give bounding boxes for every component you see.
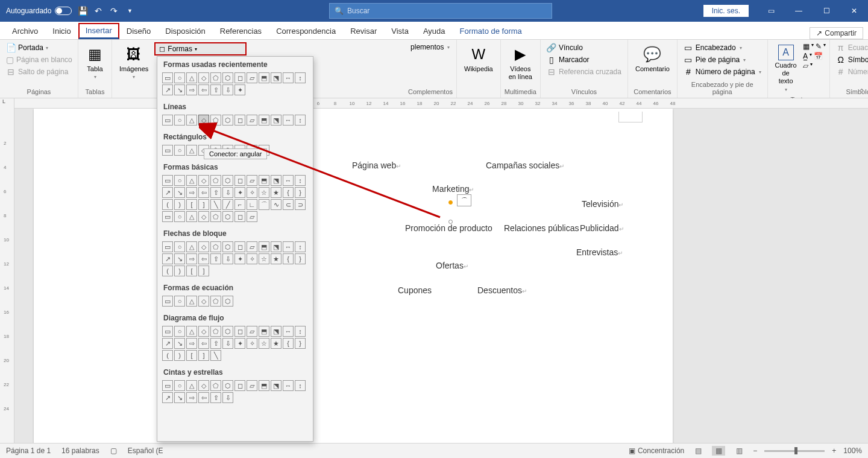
shape-option[interactable]: ⊃ [295,199,306,210]
shape-option[interactable]: ⇩ [222,338,233,349]
focus-mode-button[interactable]: ▣Concentración [629,447,684,455]
page[interactable]: Página web↵ Campañas sociales↵ Marketing… [34,109,673,443]
text-television[interactable]: Televisión↵ [582,199,623,209]
shape-option[interactable]: ( [162,266,173,276]
numero-button[interactable]: #Número [834,66,868,77]
tab-disposicion[interactable]: Disposición [158,24,212,39]
shape-option[interactable]: ⬒ [259,241,269,252]
search-box[interactable]: 🔍 [329,3,552,19]
close-icon[interactable]: ✕ [840,0,868,22]
shape-option[interactable]: ⬡ [222,241,233,252]
shape-option[interactable]: ◇ [198,296,209,307]
blank-page-button[interactable]: ▢Página en blanco [4,54,74,65]
tab-inicio[interactable]: Inicio [45,24,78,39]
shape-option[interactable]: ○ [174,296,185,307]
shape-option[interactable]: ↗ [162,187,173,198]
shape-option[interactable]: ⬒ [259,326,269,337]
shape-option[interactable]: ⇦ [198,253,209,264]
shape-option[interactable]: ↔ [283,115,294,126]
comentario-button[interactable]: 💬Comentario [632,42,673,75]
undo-icon[interactable]: ↶ [93,6,103,16]
zoom-in-button[interactable]: + [832,447,836,455]
shape-option[interactable]: ○ [174,326,185,337]
shape-option[interactable]: ○ [174,175,185,186]
shape-option[interactable]: △ [186,296,197,307]
text-promocion[interactable]: Promoción de producto [405,223,492,233]
web-layout-icon[interactable]: ▥ [732,446,746,456]
shape-option[interactable]: ◇ [198,175,209,186]
page-break-button[interactable]: ⊟Salto de página [4,66,74,77]
shape-option[interactable]: ⬠ [210,241,221,252]
shape-option[interactable]: ▭ [162,211,173,222]
shape-option[interactable]: ⇨ [186,338,197,349]
shape-option[interactable]: { [283,187,294,198]
shape-option[interactable]: ↘ [174,187,185,198]
shape-option[interactable]: ↗ [162,253,173,264]
shape-option[interactable]: ⇦ [198,338,209,349]
shape-option[interactable]: ⬒ [259,175,269,186]
zoom-level[interactable]: 100% [843,447,862,455]
shape-option[interactable]: ↕ [295,380,306,391]
shape-option[interactable]: [ [186,266,197,276]
shape-option[interactable]: ○ [174,145,185,156]
shape-option[interactable]: △ [186,211,197,222]
shape-option[interactable]: ✧ [247,253,257,264]
save-icon[interactable]: 💾 [78,6,87,16]
shape-option[interactable]: ) [174,266,185,276]
shape-option[interactable]: ( [162,199,173,210]
shape-option[interactable]: ╱ [222,199,233,210]
shape-option[interactable]: ) [174,350,185,361]
shape-option[interactable]: ▱ [247,326,257,337]
tab-ayuda[interactable]: Ayuda [416,24,453,39]
shape-option[interactable]: { [283,253,294,264]
shape-option[interactable]: ⇨ [186,253,197,264]
shape-option[interactable]: ⬠ [210,211,221,222]
shape-option[interactable]: ⬔ [271,72,281,83]
shape-option[interactable]: ☆ [259,253,269,264]
shape-option[interactable]: ⬒ [259,72,269,83]
shape-option[interactable]: ◇ [198,211,209,222]
shape-option[interactable]: ╲ [210,199,221,210]
shape-option[interactable]: ◇ [198,241,209,252]
shape-option[interactable]: ↗ [162,392,173,403]
shape-option[interactable]: ↘ [174,338,185,349]
pie-button[interactable]: ▭Pie de página▾ [681,54,764,65]
shape-option[interactable]: ⬔ [271,380,281,391]
cross-ref-button[interactable]: ⊟Referencia cruzada [544,66,624,77]
shape-option[interactable]: ⇧ [210,338,221,349]
tab-revisar[interactable]: Revisar [343,24,384,39]
status-proofing-icon[interactable]: ▢ [110,447,117,455]
tab-diseno[interactable]: Diseño [119,24,158,39]
shape-option[interactable]: ⬔ [271,241,281,252]
shape-option[interactable]: ○ [174,211,185,222]
redo-icon[interactable]: ↷ [109,6,119,16]
text-ofertas[interactable]: Ofertas↵ [436,261,468,270]
autosave-toggle[interactable] [55,7,72,15]
shape-option[interactable]: ↔ [283,175,294,186]
shape-option[interactable]: △ [186,115,197,126]
shape-option[interactable]: ▱ [247,211,257,222]
shape-option[interactable]: ⇦ [198,84,209,95]
text-campanas[interactable]: Campañas sociales↵ [486,161,564,170]
shape-option[interactable]: ▭ [162,145,173,156]
shape-option[interactable]: ⬔ [271,175,281,186]
shape-option[interactable]: ↕ [295,72,306,83]
shape-option[interactable]: ⇧ [210,392,221,403]
text-descuentos[interactable]: Descuentos↵ [477,285,527,295]
shape-option[interactable]: ▭ [162,326,173,337]
print-layout-icon[interactable]: ▦ [712,446,725,456]
shape-option[interactable]: ∿ [271,199,281,210]
shape-option[interactable]: ✦ [234,253,245,264]
shape-option[interactable]: ] [198,199,209,210]
shape-option[interactable]: ⇩ [222,253,233,264]
shape-option[interactable]: [ [186,199,197,210]
shape-option[interactable]: ☆ [259,338,269,349]
formas-button[interactable]: ◻ Formas ▾ [154,42,247,56]
shape-option[interactable]: ⬠ [210,115,221,126]
tab-formato-forma[interactable]: Formato de forma [453,24,529,39]
shape-option[interactable]: ▭ [162,296,173,307]
shape-option[interactable]: △ [186,72,197,83]
shape-option[interactable]: ⇧ [210,253,221,264]
shape-option[interactable]: ○ [174,380,185,391]
share-button[interactable]: ↗ Compartir [810,27,863,39]
